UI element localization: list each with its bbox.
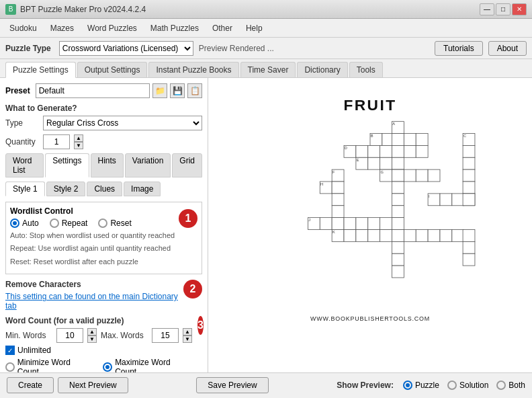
main-content: Preset 📁 💾 📋 What to Generate? Type Regu…	[0, 78, 532, 372]
menu-word-puzzles[interactable]: Word Puzzles	[81, 21, 144, 36]
svg-rect-67	[416, 229, 428, 241]
menu-sudoku[interactable]: Sudoku	[3, 21, 44, 36]
remove-chars-title: Remove Characters	[5, 280, 178, 289]
svg-rect-64	[380, 229, 392, 241]
radio-reset[interactable]: Reset	[98, 218, 131, 228]
sub-tabs-1: Word List Settings Hints Variation Grid	[5, 153, 202, 177]
close-button[interactable]: ✕	[512, 3, 527, 15]
radio-solution-dot	[447, 381, 457, 390]
svg-rect-45	[440, 194, 452, 206]
svg-rect-37	[332, 182, 344, 194]
radio-reset-dot	[98, 218, 107, 228]
svg-rect-16	[404, 145, 416, 157]
sub-tab-hints[interactable]: Hints	[91, 153, 124, 177]
svg-rect-39	[332, 194, 344, 206]
next-preview-button[interactable]: Next Preview	[58, 377, 128, 393]
left-panel: Preset 📁 💾 📋 What to Generate? Type Regu…	[0, 78, 208, 372]
window-controls: — □ ✕	[480, 3, 527, 15]
svg-rect-18	[463, 145, 475, 157]
svg-rect-47	[463, 194, 475, 206]
radio-repeat[interactable]: Repeat	[50, 218, 88, 228]
svg-rect-74	[392, 253, 404, 266]
svg-rect-46	[452, 194, 464, 206]
puzzle-type-select[interactable]: Crossword Variations (Licensed)	[59, 41, 193, 56]
svg-rect-14	[380, 145, 392, 157]
preset-input[interactable]	[36, 83, 150, 98]
quantity-down-button[interactable]: ▼	[74, 142, 83, 149]
sub-tab-style1[interactable]: Style 1	[5, 182, 45, 196]
max-words-up[interactable]: ▲	[183, 328, 192, 335]
quantity-input[interactable]	[43, 134, 70, 149]
sub-tab-grid[interactable]: Grid	[172, 153, 202, 177]
bottom-bar: Create Next Preview Save Preview Show Pr…	[0, 372, 532, 397]
unlimited-checkbox[interactable]: Unlimited	[5, 346, 192, 355]
sub-tab-style2[interactable]: Style 2	[46, 182, 86, 196]
menu-math-puzzles[interactable]: Math Puzzles	[144, 21, 206, 36]
radio-solution-label: Solution	[459, 381, 488, 390]
radio-minimize[interactable]: Minimize Word Count	[5, 358, 92, 372]
svg-rect-15	[392, 145, 404, 157]
svg-rect-65	[392, 229, 404, 241]
max-words-label: Max. Words	[101, 331, 148, 340]
remove-chars-link[interactable]: This setting can be found on the main Di…	[5, 292, 178, 311]
svg-rect-34	[463, 169, 475, 182]
preset-folder-button[interactable]: 📁	[152, 83, 167, 98]
svg-rect-68	[428, 229, 440, 241]
sub-tab-image[interactable]: Image	[124, 182, 161, 196]
min-words-up[interactable]: ▲	[87, 328, 97, 335]
maximize-button[interactable]: □	[496, 3, 511, 15]
tutorials-button[interactable]: Tutorials	[435, 41, 483, 56]
tab-tools[interactable]: Tools	[349, 62, 383, 77]
tab-puzzle-settings[interactable]: Puzzle Settings	[5, 62, 76, 78]
menu-other[interactable]: Other	[206, 21, 239, 36]
type-select[interactable]: Regular Criss Cross	[43, 116, 202, 130]
max-words-down[interactable]: ▼	[183, 335, 192, 343]
min-words-label: Min. Words	[5, 331, 52, 340]
svg-rect-41	[392, 194, 404, 206]
svg-text:H: H	[320, 182, 323, 186]
tab-instant-puzzle-books[interactable]: Instant Puzzle Books	[148, 62, 238, 77]
svg-rect-56	[368, 218, 380, 230]
about-button[interactable]: About	[488, 41, 527, 56]
radio-puzzle-label: Puzzle	[415, 381, 439, 390]
radio-both[interactable]: Both	[496, 381, 525, 390]
quantity-up-button[interactable]: ▲	[74, 134, 83, 142]
tab-time-saver[interactable]: Time Saver	[240, 62, 296, 77]
menu-mazes[interactable]: Mazes	[44, 21, 81, 36]
min-words-input[interactable]	[56, 328, 83, 343]
puzzle-container: FRUIT A B C	[215, 85, 525, 366]
menu-bar: Sudoku Mazes Word Puzzles Math Puzzles O…	[0, 19, 532, 38]
svg-text:C: C	[463, 134, 466, 138]
sub-tab-variation[interactable]: Variation	[125, 153, 171, 177]
max-words-input[interactable]	[152, 328, 179, 343]
radio-puzzle-dot	[403, 381, 412, 390]
preset-saveas-button[interactable]: 📋	[187, 83, 202, 98]
sub-tab-clues[interactable]: Clues	[87, 182, 122, 196]
save-preview-button[interactable]: Save Preview	[196, 377, 268, 393]
svg-rect-49	[392, 206, 404, 218]
type-row: Type Regular Criss Cross	[5, 116, 202, 130]
minimize-button[interactable]: —	[480, 3, 494, 15]
menu-help[interactable]: Help	[239, 21, 269, 36]
create-button[interactable]: Create	[7, 377, 54, 393]
sub-tab-settings[interactable]: Settings	[45, 153, 89, 177]
svg-rect-61	[344, 229, 356, 241]
tab-dictionary[interactable]: Dictionary	[297, 62, 347, 77]
radio-maximize[interactable]: Maximize Word Count	[103, 358, 192, 372]
svg-rect-13	[368, 145, 380, 157]
svg-rect-5	[392, 134, 404, 146]
svg-rect-43	[428, 194, 440, 206]
svg-rect-6	[404, 134, 416, 146]
sub-tabs-2: Style 1 Style 2 Clues Image	[5, 182, 202, 196]
svg-rect-63	[368, 229, 380, 241]
radio-puzzle[interactable]: Puzzle	[403, 381, 439, 390]
min-words-down[interactable]: ▼	[87, 335, 97, 343]
tab-output-settings[interactable]: Output Settings	[77, 62, 148, 77]
sub-tab-word-list[interactable]: Word List	[5, 153, 44, 177]
radio-auto[interactable]: Auto	[10, 218, 39, 228]
number-circle-1: 1	[179, 209, 197, 228]
svg-rect-32	[416, 169, 428, 182]
radio-solution[interactable]: Solution	[447, 381, 488, 390]
preset-save-button[interactable]: 💾	[170, 83, 185, 98]
main-tabs: Puzzle Settings Output Settings Instant …	[0, 59, 532, 78]
